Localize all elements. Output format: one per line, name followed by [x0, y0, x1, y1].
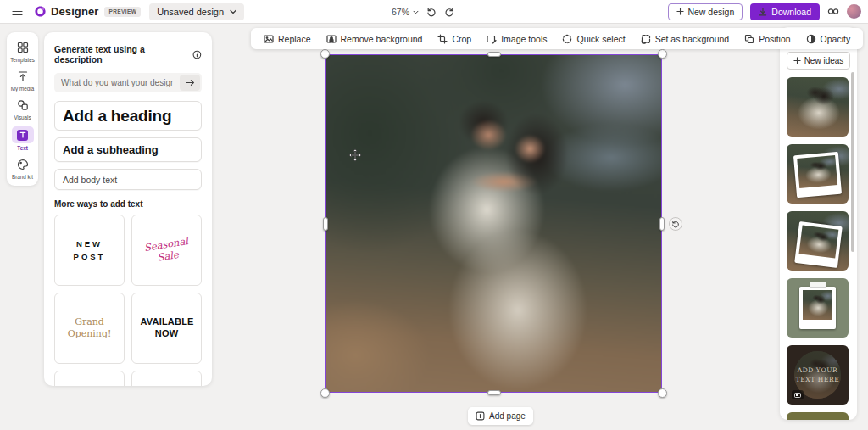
style-card-label: AVAILABLE NOW	[141, 316, 193, 340]
top-bar: Designer PREVIEW Unsaved design 67%	[0, 0, 868, 24]
resize-handle-bottom-right[interactable]	[658, 388, 667, 398]
generate-text-input-row	[54, 73, 202, 92]
document-title-dropdown[interactable]: Unsaved design	[149, 3, 244, 20]
sidebar-item-text[interactable]: Text	[7, 123, 38, 154]
add-subheading-card[interactable]: Add a subheading	[54, 137, 202, 162]
generate-submit-button[interactable]	[180, 75, 200, 91]
preview-badge: PREVIEW	[104, 7, 141, 17]
ideas-scrollbar[interactable]	[851, 72, 854, 252]
add-page-button[interactable]: Add page	[468, 407, 533, 425]
sidebar-label: My media	[11, 86, 34, 92]
idea-thumbnail-polaroid-tilted[interactable]	[787, 211, 849, 271]
set-as-background-button[interactable]: Set as background	[633, 28, 737, 49]
style-card-follow[interactable]: FOLLOW	[54, 371, 125, 386]
hamburger-menu-button[interactable]	[7, 3, 27, 21]
generate-text-input[interactable]	[54, 78, 180, 87]
style-card-label: Grand Opening!	[65, 316, 114, 341]
idea-thumbnail-green-polaroid[interactable]	[787, 278, 849, 338]
position-icon	[744, 34, 754, 44]
style-card-label: Seasonal Sale	[141, 234, 193, 265]
app-logo: Designer	[34, 5, 98, 18]
crop-button[interactable]: Crop	[430, 28, 479, 49]
replace-button[interactable]: Replace	[256, 28, 319, 49]
style-card-grand-opening[interactable]: Grand Opening!	[54, 293, 125, 364]
image-toolbar: Replace Remove background Crop Image too…	[251, 28, 863, 49]
add-page-icon	[476, 411, 485, 421]
quick-select-icon	[562, 34, 572, 44]
idea-thumbnail-olive[interactable]	[787, 412, 849, 420]
sidebar-item-my-media[interactable]: My media	[7, 65, 38, 94]
zoom-level-dropdown[interactable]: 67%	[392, 7, 419, 17]
idea-thumbnail-photo[interactable]	[787, 77, 849, 137]
image-tools-button[interactable]: Image tools	[479, 28, 554, 49]
text-icon	[12, 126, 34, 143]
arrow-right-icon	[186, 79, 195, 87]
new-ideas-label: New ideas	[804, 56, 844, 65]
crop-icon	[437, 34, 448, 44]
ideas-panel: Ideas New ideas	[780, 27, 857, 420]
style-card-new-post[interactable]: NEW POST	[54, 215, 125, 286]
couple-photo-image	[326, 54, 662, 393]
sidebar-label: Templates	[10, 57, 35, 63]
opacity-icon	[806, 34, 816, 44]
canvas-artboard	[326, 54, 662, 393]
resize-handle-top-left[interactable]	[320, 49, 330, 59]
add-heading-card[interactable]: Add a heading	[54, 101, 202, 131]
resize-handle-bottom-left[interactable]	[320, 388, 330, 398]
document-title: Unsaved design	[157, 7, 224, 17]
idea-thumbnail-polaroid[interactable]	[787, 144, 849, 204]
replace-image-icon	[264, 34, 274, 44]
add-heading-label: Add a heading	[63, 107, 171, 126]
hamburger-icon	[12, 7, 23, 16]
templates-icon	[14, 40, 32, 55]
designer-logo-icon	[34, 5, 47, 18]
quick-select-button[interactable]: Quick select	[554, 28, 632, 49]
polaroid-frame	[799, 287, 835, 329]
sidebar-item-visuals[interactable]: Visuals	[7, 94, 38, 123]
designer-app: Designer PREVIEW Unsaved design 67%	[0, 0, 868, 430]
opacity-button[interactable]: Opacity	[798, 28, 859, 49]
resize-handle-top[interactable]	[487, 52, 501, 57]
tool-label: Image tools	[501, 34, 547, 44]
add-body-text-card[interactable]: Add body text	[54, 169, 202, 190]
redo-button[interactable]	[444, 7, 454, 17]
generate-text-header: Generate text using a description	[54, 44, 202, 64]
text-style-grid: NEW POST Seasonal Sale Grand Opening! AV…	[54, 215, 202, 386]
style-card-seasonal-sale[interactable]: Seasonal Sale	[131, 215, 202, 286]
text-panel: Generate text using a description Add a …	[44, 32, 212, 386]
new-ideas-button[interactable]: New ideas	[787, 52, 850, 70]
share-button[interactable]	[827, 7, 839, 16]
selected-photo[interactable]	[326, 54, 662, 393]
resize-handle-right[interactable]	[659, 217, 665, 231]
sidebar-item-templates[interactable]: Templates	[7, 36, 38, 65]
zoom-level: 67%	[392, 7, 409, 17]
style-card-celebrate[interactable]: Celebrate	[131, 371, 202, 386]
tool-label: Set as background	[655, 34, 730, 44]
rotate-handle[interactable]	[669, 217, 682, 231]
user-avatar[interactable]	[847, 4, 861, 19]
undo-button[interactable]	[426, 7, 437, 17]
info-icon[interactable]	[192, 50, 202, 59]
add-body-label: Add body text	[63, 175, 117, 185]
remove-background-button[interactable]: Remove background	[319, 28, 431, 49]
redo-icon	[444, 7, 454, 17]
sidebar-item-brand-kit[interactable]: Brand kit	[7, 154, 38, 182]
tool-label: Opacity	[821, 34, 851, 44]
image-tools-icon	[487, 34, 497, 44]
style-card-available-now[interactable]: AVAILABLE NOW	[131, 293, 202, 364]
resize-handle-bottom[interactable]	[487, 390, 501, 395]
resize-handle-top-right[interactable]	[658, 49, 667, 59]
download-button[interactable]: Download	[750, 3, 820, 20]
idea-thumbnail-add-your-text[interactable]: ADD YOUR TEXT HERE	[787, 345, 849, 405]
plus-icon	[793, 57, 801, 64]
sidebar-label: Visuals	[14, 114, 31, 120]
tool-label: Remove background	[341, 34, 423, 44]
download-icon	[759, 8, 767, 16]
tool-label: Position	[759, 34, 790, 44]
position-button[interactable]: Position	[737, 28, 798, 49]
new-design-button[interactable]: New design	[668, 3, 743, 20]
palette-icon	[14, 157, 32, 172]
thumbnail-image	[787, 77, 849, 137]
set-as-background-icon	[641, 34, 651, 44]
resize-handle-left[interactable]	[323, 217, 328, 231]
